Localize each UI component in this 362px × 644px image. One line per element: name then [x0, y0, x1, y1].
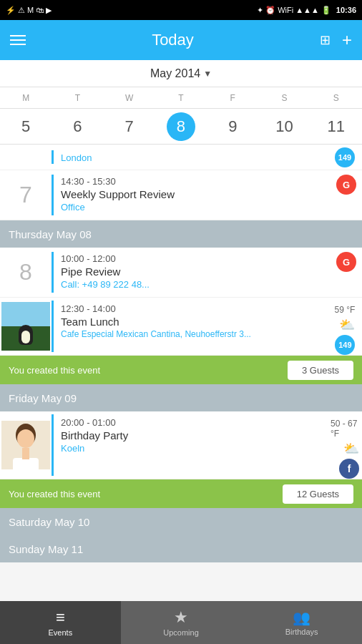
- date-8[interactable]: 8: [155, 112, 207, 141]
- section-header-saturday: Saturday May 10: [0, 508, 362, 535]
- partly-cloudy-icon: ⛅: [339, 317, 355, 333]
- guests-button-3[interactable]: 3 Guests: [288, 361, 353, 380]
- date-5[interactable]: 5: [0, 117, 52, 136]
- date-6[interactable]: 6: [52, 117, 103, 136]
- status-right-icons: ✦ ⏰ WiFi ▲▲▲ 🔋 10:36: [257, 6, 356, 15]
- event-team-lunch-group: 12:30 - 14:00 Team Lunch Cafe Especial M…: [0, 298, 362, 384]
- google-calendar-icon: G: [336, 252, 356, 272]
- page-title: Today: [152, 31, 194, 49]
- dow-tue: T: [52, 93, 103, 103]
- event-location: Cafe Especial Mexican Cantina, Neuhoeffe…: [61, 329, 323, 339]
- event-title: Pipe Review: [61, 265, 323, 278]
- svg-rect-4: [22, 448, 29, 459]
- event-title: Weekly Support Review: [61, 188, 323, 200]
- event-badge-icon: 149: [335, 147, 355, 167]
- event-details: 12:30 - 14:00 Team Lunch Cafe Especial M…: [54, 298, 331, 355]
- wifi-icon: WiFi: [278, 6, 293, 14]
- dow-sat: S: [258, 93, 310, 103]
- event-details: 20:00 - 01:00 Birthday Party Koeln: [54, 411, 331, 479]
- dow-fri: F: [207, 93, 258, 103]
- time-display: 10:36: [336, 6, 356, 14]
- date-9[interactable]: 9: [207, 117, 258, 136]
- events-container: London 149 7 14:30 - 15:30 Weekly Suppor…: [0, 145, 362, 601]
- facebook-icon: f: [339, 459, 359, 479]
- alarm-icon: ⏰: [265, 6, 275, 15]
- usb-icon: ⚡: [6, 6, 16, 15]
- section-title-saturday: Saturday May 10: [9, 516, 89, 528]
- nav-item-upcoming[interactable]: ★ Upcoming: [121, 601, 242, 644]
- event-time: 12:30 - 14:00: [61, 303, 323, 314]
- svg-point-2: [17, 429, 34, 448]
- nav-label-birthdays: Birthdays: [285, 628, 318, 636]
- dow-mon: M: [0, 93, 52, 103]
- event-time: 20:00 - 01:00: [61, 417, 323, 428]
- dow-sun: S: [310, 93, 362, 103]
- google-calendar-icon: G: [336, 175, 356, 195]
- signal-icon: ▲▲▲: [295, 6, 319, 14]
- event-icon-area: 50 - 67 °F ⛅ f: [331, 411, 362, 479]
- event-banner-birthday: You created this event 12 Guests: [0, 479, 362, 508]
- event-day-num: 7: [0, 170, 52, 220]
- section-title-thursday: Thursday May 08: [9, 228, 92, 240]
- event-icon-area: 59 °F ⛅ 149: [331, 298, 362, 355]
- partly-cloudy-icon: ⛅: [343, 441, 359, 457]
- nav-item-birthdays[interactable]: 👥 Birthdays: [241, 601, 362, 644]
- event-thumbnail-penguins: [0, 298, 52, 355]
- event-weekly-support[interactable]: 7 14:30 - 15:30 Weekly Support Review Of…: [0, 170, 362, 220]
- banner-created-text: You created this event: [9, 489, 100, 499]
- event-badge-icon: 149: [335, 335, 355, 355]
- event-overflow-content: London: [54, 151, 362, 164]
- month-header[interactable]: May 2014 ▼: [0, 60, 362, 87]
- upcoming-icon: ★: [174, 608, 188, 627]
- event-pipe-review[interactable]: 8 10:00 - 12:00 Pipe Review Call: +49 89…: [0, 248, 362, 298]
- event-location: Office: [61, 202, 323, 213]
- section-header-sunday: Sunday May 11: [0, 535, 362, 562]
- date-10[interactable]: 10: [258, 117, 310, 136]
- battery-icon: 🔋: [321, 6, 331, 15]
- guests-button-12[interactable]: 12 Guests: [283, 484, 353, 504]
- section-title-friday: Friday May 09: [9, 392, 77, 404]
- svg-rect-3: [13, 458, 39, 469]
- penguins-image: [1, 302, 50, 351]
- birthdays-icon: 👥: [293, 609, 310, 626]
- top-bar: Today ⊞ +: [0, 20, 362, 60]
- gmail-icon: M: [27, 6, 34, 14]
- grid-view-button[interactable]: ⊞: [320, 32, 331, 48]
- status-left-icons: ⚡ ⚠ M 🛍 ▶: [6, 6, 52, 15]
- events-icon: ≡: [56, 608, 65, 627]
- dow-wed: W: [104, 93, 155, 103]
- nav-item-events[interactable]: ≡ Events: [0, 601, 121, 644]
- event-birthday-group: 20:00 - 01:00 Birthday Party Koeln 50 - …: [0, 411, 362, 508]
- nav-label-events: Events: [49, 628, 73, 637]
- month-year-label: May 2014: [150, 67, 200, 80]
- bag-icon: 🛍: [36, 6, 44, 14]
- event-location: Koeln: [61, 443, 323, 454]
- dow-thu: T: [155, 93, 207, 103]
- date-row: 5 6 7 8 9 10 11: [0, 109, 362, 145]
- warning-icon: ⚠: [18, 6, 25, 15]
- weather-temp: 50 - 67 °F: [331, 419, 359, 439]
- event-banner-team-lunch: You created this event 3 Guests: [0, 356, 362, 384]
- event-birthday-party[interactable]: 20:00 - 01:00 Birthday Party Koeln 50 - …: [0, 411, 362, 479]
- woman-svg: [1, 421, 50, 469]
- banner-created-text: You created this event: [9, 365, 100, 376]
- nav-label-upcoming: Upcoming: [163, 628, 199, 637]
- event-time: 10:00 - 12:00: [61, 253, 323, 264]
- date-7[interactable]: 7: [104, 117, 155, 136]
- days-of-week-row: M T W T F S S: [0, 87, 362, 109]
- section-title-sunday: Sunday May 11: [9, 543, 83, 555]
- event-london-overflow[interactable]: London 149: [0, 145, 362, 170]
- add-event-button[interactable]: +: [342, 30, 352, 50]
- event-details: 14:30 - 15:30 Weekly Support Review Offi…: [54, 170, 331, 220]
- section-header-thursday: Thursday May 08: [0, 220, 362, 248]
- selected-date-circle: 8: [167, 112, 195, 141]
- event-day-num-8: 8: [0, 248, 52, 297]
- play-icon: ▶: [46, 6, 52, 15]
- event-location-london: London: [61, 152, 92, 163]
- date-11[interactable]: 11: [310, 117, 362, 136]
- menu-button[interactable]: [10, 35, 26, 45]
- bottom-nav: ≡ Events ★ Upcoming 👥 Birthdays: [0, 601, 362, 644]
- month-dropdown-arrow: ▼: [203, 69, 212, 79]
- event-location: Call: +49 89 222 48...: [61, 279, 323, 290]
- event-team-lunch[interactable]: 12:30 - 14:00 Team Lunch Cafe Especial M…: [0, 298, 362, 356]
